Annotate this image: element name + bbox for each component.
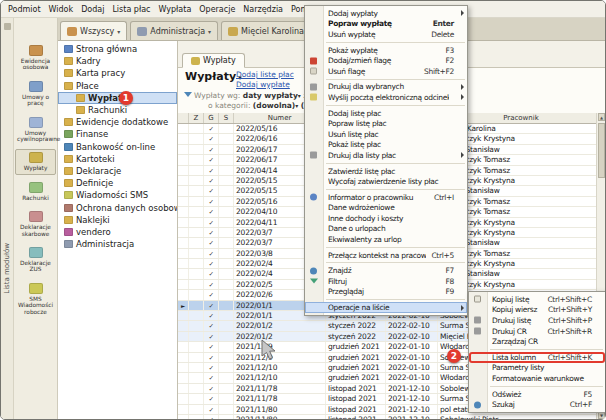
context-menu-item[interactable]: Usuń listę płac [305, 129, 467, 140]
context-menu-item[interactable]: Wyślij pocztą elektroniczną odcinek z wy… [305, 92, 467, 103]
submenu-item[interactable]: Szukaj Ctrl+F [469, 399, 605, 410]
tree-item[interactable]: Administracja [58, 238, 177, 250]
cell-data-wyplaty: 2022-01-10 [386, 373, 438, 382]
submenu-item[interactable]: Kopiuj listę Ctrl+Shift+C [469, 294, 605, 305]
context-menu-item[interactable]: Zatwierdź listę płac [305, 166, 467, 177]
chevron-down-icon[interactable] [208, 28, 211, 35]
col-s[interactable]: S [219, 113, 234, 123]
submenu-item[interactable]: Lista kolumn Ctrl+Shift+K [469, 352, 605, 363]
tree-item[interactable]: Strona główna [58, 43, 177, 55]
filter-value-sort[interactable]: daty wypłaty [243, 91, 301, 100]
menu-bar-item[interactable]: Operacje [195, 3, 239, 16]
tree-item[interactable]: Naklejki [58, 214, 177, 226]
cell-lista-plac: listopad 2021 [326, 384, 386, 393]
context-menu-item[interactable]: Operacje na liście [305, 302, 467, 313]
tree-item[interactable]: Kartoteki [58, 153, 177, 165]
selected-row-indicator [178, 176, 189, 185]
add-payment-link[interactable]: Dodaj wypłatę [236, 80, 290, 89]
submenu-item[interactable]: Drukuj CR Ctrl+Shift+R [469, 326, 605, 337]
selected-row-indicator [178, 415, 189, 419]
selected-row-indicator [178, 290, 189, 299]
tree-item[interactable]: Kadry [58, 55, 177, 67]
submenu-item[interactable]: Kopiuj wiersz Ctrl+Shift+Y [469, 305, 605, 316]
tree-item[interactable]: Definicje [58, 177, 177, 189]
context-menu-item[interactable]: Filtruj F8 [305, 276, 467, 287]
context-menu-item[interactable]: Drukuj dla wybranych [305, 82, 467, 93]
module-item[interactable]: Deklaracje skarbowe [15, 208, 56, 240]
workspace-tab[interactable]: Mięciel Karolina [221, 21, 317, 40]
module-item[interactable]: Umowy o pracę [15, 78, 56, 110]
module-item[interactable]: SMS Wiadomości robocze [15, 280, 56, 318]
tree-item[interactable]: Płace [58, 80, 177, 92]
tree-item[interactable]: Rachunki [58, 104, 177, 116]
context-menu-item[interactable]: Dodaj wypłaty [305, 8, 467, 19]
menu-bar-item[interactable]: Narzędzia [239, 3, 287, 16]
submenu-item[interactable]: Parametry listy [469, 363, 605, 374]
menu-bar-item[interactable]: Wypłata [154, 3, 195, 16]
submenu-item[interactable]: Odśwież F5 [469, 389, 605, 400]
tree-item[interactable]: Karta pracy [58, 67, 177, 79]
menu-bar-item[interactable]: Dodaj [77, 3, 108, 16]
tree-item[interactable]: Ewidencje dodatkowe [58, 116, 177, 128]
workspace-tab[interactable]: Wszyscy [60, 21, 127, 40]
context-menu-item[interactable]: Popraw listę płac [305, 118, 467, 129]
chevron-down-icon [295, 102, 298, 109]
filter-value-category[interactable]: (dowolna) [253, 101, 298, 110]
context-menu-item[interactable]: Znajdź F7 [305, 265, 467, 276]
context-menu-item[interactable]: Przełącz kontekst na pracownika Ctrl+5 [305, 250, 467, 261]
tree-item[interactable]: Wypłaty [58, 92, 177, 104]
module-strip[interactable]: Lista modułów [1, 18, 14, 419]
module-item[interactable]: Wypłaty [15, 149, 56, 174]
context-menu-item[interactable]: Dodaj listę płac [305, 108, 467, 119]
context-menu-item[interactable]: Dane o urlopach [305, 224, 467, 235]
context-menu-item[interactable]: Popraw wypłatę Enter [305, 19, 467, 30]
col-z[interactable]: Z [189, 113, 204, 123]
context-menu-item[interactable]: Usuń flagę Shift+F2 [305, 66, 467, 77]
tree-item[interactable]: Bankowość on-line [58, 141, 177, 153]
scrollbar-thumb[interactable] [598, 123, 605, 178]
col-indicator[interactable] [178, 113, 189, 123]
submenu-item[interactable]: Formatowanie warunkowe [469, 373, 605, 384]
context-menu-item[interactable]: Pokaż listę płac [305, 140, 467, 151]
context-menu-item[interactable]: Pokaż wypłatę F3 [305, 45, 467, 56]
cell-s [219, 134, 234, 143]
tree-item[interactable]: Finanse [58, 128, 177, 140]
scroll-up-icon[interactable] [598, 113, 605, 121]
menu-bar-item[interactable]: Podmiot [4, 3, 45, 16]
tab-wyplaty[interactable]: Wypłaty [182, 53, 245, 68]
module-item[interactable]: Ewidencja osobowa [15, 42, 56, 74]
menu-bar-item[interactable]: Lista płac [108, 3, 154, 16]
context-menu-item[interactable]: Usuń wypłatę Delete [305, 29, 467, 40]
context-menu-item[interactable]: Dodaj/zmień flagę F2 [305, 55, 467, 66]
tree-item[interactable]: Wiadomości SMS [58, 189, 177, 201]
workspace-tab[interactable]: Administracja [130, 21, 218, 40]
filter-label: o kategorii: [208, 101, 250, 110]
cell-z [189, 176, 204, 185]
context-menu-item[interactable]: Inne dochody i koszty [305, 213, 467, 224]
module-item[interactable]: Deklaracje ZUS [15, 244, 56, 276]
cell-z [189, 259, 204, 268]
module-icon [29, 152, 43, 163]
tree-item[interactable]: vendero [58, 226, 177, 238]
context-menu-item[interactable]: Ekwiwalenty za urlop [305, 234, 467, 245]
context-menu-item[interactable]: Drukuj dla listy płac [305, 150, 467, 161]
tree-item-label: Finanse [76, 129, 108, 139]
chevron-down-icon[interactable] [117, 28, 120, 35]
cell-pracownik: Sobolewski Piotr [438, 415, 605, 419]
page-title[interactable]: Wypłaty [185, 70, 242, 83]
col-g[interactable]: G [204, 113, 219, 123]
add-payroll-list-link[interactable]: Dodaj listę płac [236, 70, 294, 79]
menu-bar-item[interactable]: Widok [45, 3, 78, 16]
context-menu-item[interactable]: Wycofaj zatwierdzenie listy płac [305, 176, 467, 187]
context-menu-item[interactable]: Dane wdrożeniowe [305, 203, 467, 214]
module-item[interactable]: Umowy cywilnoprawne [15, 114, 56, 146]
tree-item-icon [64, 82, 73, 90]
tree-item[interactable]: Ochrona danych osobowych [58, 201, 177, 213]
context-menu-item[interactable]: Przeglądaj F9 [305, 287, 467, 298]
tree-item[interactable]: Deklaracje [58, 165, 177, 177]
submenu-item[interactable]: Zarządzaj CR [469, 336, 605, 347]
submenu-item[interactable]: Drukuj listę Ctrl+Shift+P [469, 315, 605, 326]
module-item[interactable]: Rachunki [15, 179, 56, 204]
context-menu-item[interactable]: Informator o pracowniku Ctrl+I [305, 192, 467, 203]
table-row[interactable]: ✓ 2021/11/80 listopad 2021 2021-12-10 So… [178, 415, 605, 419]
